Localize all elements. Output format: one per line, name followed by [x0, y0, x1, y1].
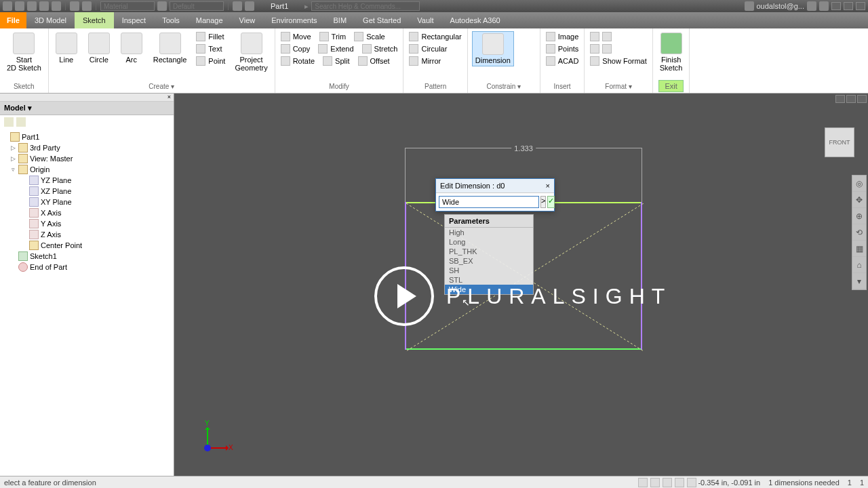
filter-icon[interactable]: [4, 117, 14, 127]
tree-node[interactable]: End of Part: [1, 262, 172, 272]
tab-bim[interactable]: BIM: [326, 12, 355, 28]
tree-node[interactable]: XY Plane: [1, 197, 172, 207]
find-icon[interactable]: [16, 117, 26, 127]
tree-node[interactable]: XZ Plane: [1, 186, 172, 197]
dropdown-item[interactable]: SH: [445, 266, 533, 275]
misc-icon[interactable]: [245, 1, 254, 11]
panel-constrain-label[interactable]: Constrain ▾: [472, 81, 536, 90]
user-name[interactable]: oudalstol@g...: [757, 2, 805, 10]
status-icon-2[interactable]: [650, 478, 660, 487]
doc-max-icon[interactable]: [846, 95, 856, 103]
close-button[interactable]: [856, 2, 865, 10]
extend-button[interactable]: Extend: [317, 43, 355, 54]
status-icon-3[interactable]: [663, 478, 672, 487]
minimize-button[interactable]: [831, 2, 841, 10]
rotate-button[interactable]: Rotate: [279, 56, 316, 66]
tab-vault[interactable]: Vault: [409, 12, 441, 28]
dropdown-item[interactable]: PL_THK: [445, 247, 533, 256]
tab-a360[interactable]: Autodesk A360: [442, 12, 509, 28]
tree-node[interactable]: X Axis: [1, 207, 172, 218]
undo-icon[interactable]: [39, 1, 49, 11]
nav-steering-icon[interactable]: ◎: [852, 176, 866, 192]
fmt-3-button[interactable]: [589, 43, 648, 54]
nav-home-icon[interactable]: ⌂: [852, 257, 866, 273]
dialog-close-button[interactable]: ×: [546, 182, 550, 190]
show-format-button[interactable]: Show Format: [589, 56, 648, 66]
nav-lookat-icon[interactable]: ▦: [852, 241, 866, 257]
select-icon[interactable]: [82, 1, 92, 11]
dropdown-item-selected[interactable]: Wide: [445, 285, 533, 294]
graphics-canvas[interactable]: 1.333 Edit Dimension : d0× > ✓ Parameter…: [174, 94, 868, 476]
tree-node[interactable]: Y Axis: [1, 218, 172, 229]
nav-pan-icon[interactable]: ✥: [852, 192, 866, 208]
start-2d-sketch-button[interactable]: Start 2D Sketch: [4, 31, 44, 73]
tab-view[interactable]: View: [231, 12, 264, 28]
tree-node[interactable]: ▷3rd Party: [1, 142, 172, 153]
tab-3dmodel[interactable]: 3D Model: [26, 12, 75, 28]
save-icon[interactable]: [27, 1, 37, 11]
dropdown-item[interactable]: High: [445, 228, 533, 237]
copy-button[interactable]: Copy: [279, 43, 312, 54]
stretch-button[interactable]: Stretch: [361, 43, 399, 54]
split-button[interactable]: Split: [321, 56, 351, 66]
file-menu[interactable]: File: [0, 12, 26, 28]
tree-node[interactable]: Part1: [1, 131, 172, 142]
appearance-dropdown[interactable]: [170, 1, 224, 11]
favorite-icon[interactable]: [807, 1, 816, 11]
tree-node[interactable]: Center Point: [1, 240, 172, 251]
point-button[interactable]: Point: [195, 56, 226, 66]
dimension-annotation[interactable]: 1.333: [405, 148, 642, 161]
status-icon-4[interactable]: [675, 478, 684, 487]
doc-min-icon[interactable]: [835, 95, 845, 103]
home-icon[interactable]: [70, 1, 79, 11]
tab-sketch[interactable]: Sketch: [75, 12, 114, 28]
finish-sketch-button[interactable]: Finish Sketch: [657, 31, 686, 73]
circ-pattern-button[interactable]: Circular: [408, 43, 462, 54]
line-button[interactable]: Line: [53, 31, 80, 65]
appearance-icon[interactable]: [157, 1, 167, 11]
status-icon-5[interactable]: [687, 478, 696, 487]
tab-inspect[interactable]: Inspect: [114, 12, 154, 28]
view-cube[interactable]: FRONT: [825, 127, 854, 157]
redo-icon[interactable]: [52, 1, 61, 11]
browser-header[interactable]: Model ▾: [0, 102, 174, 115]
move-button[interactable]: Move: [279, 31, 313, 42]
points-button[interactable]: Points: [545, 43, 580, 54]
exit-button[interactable]: Exit: [658, 80, 683, 92]
fillet-button[interactable]: Fillet: [195, 31, 226, 42]
status-icon-1[interactable]: [638, 478, 648, 487]
tree-node[interactable]: ▷View: Master: [1, 153, 172, 164]
maximize-button[interactable]: [844, 2, 853, 10]
accept-button[interactable]: ✓: [547, 196, 555, 208]
dropdown-item[interactable]: STL: [445, 275, 533, 285]
trim-button[interactable]: Trim: [318, 31, 348, 42]
circle-button[interactable]: Circle: [85, 31, 113, 65]
panel-create-label[interactable]: Create ▾: [53, 81, 271, 90]
search-input[interactable]: [311, 1, 420, 11]
nav-zoom-icon[interactable]: ⊕: [852, 208, 866, 224]
dropdown-item[interactable]: Long: [445, 237, 533, 247]
browser-close[interactable]: ×: [0, 94, 174, 102]
image-button[interactable]: Image: [545, 31, 580, 42]
tree-node[interactable]: YZ Plane: [1, 175, 172, 186]
arc-button[interactable]: Arc: [118, 31, 145, 65]
doc-close-icon[interactable]: [857, 95, 867, 103]
fx-icon[interactable]: [233, 1, 242, 11]
dropdown-item[interactable]: SB_EX: [445, 256, 533, 266]
text-button[interactable]: Text: [195, 43, 226, 54]
tree-node[interactable]: Z Axis: [1, 229, 172, 240]
help-icon[interactable]: [819, 1, 829, 11]
tree-node[interactable]: Sketch1: [1, 251, 172, 262]
tab-tools[interactable]: Tools: [154, 12, 188, 28]
tab-getstarted[interactable]: Get Started: [355, 12, 409, 28]
offset-button[interactable]: Offset: [357, 56, 391, 66]
nav-more-icon[interactable]: ▾: [852, 273, 866, 289]
acad-button[interactable]: ACAD: [545, 56, 580, 66]
material-dropdown[interactable]: [100, 1, 155, 11]
project-geometry-button[interactable]: Project Geometry: [232, 31, 270, 73]
scale-button[interactable]: Scale: [353, 31, 387, 42]
dimension-button[interactable]: Dimension: [472, 31, 514, 66]
tab-manage[interactable]: Manage: [188, 12, 231, 28]
rect-pattern-button[interactable]: Rectangular: [408, 31, 462, 42]
dropdown-arrow-button[interactable]: >: [540, 196, 546, 208]
